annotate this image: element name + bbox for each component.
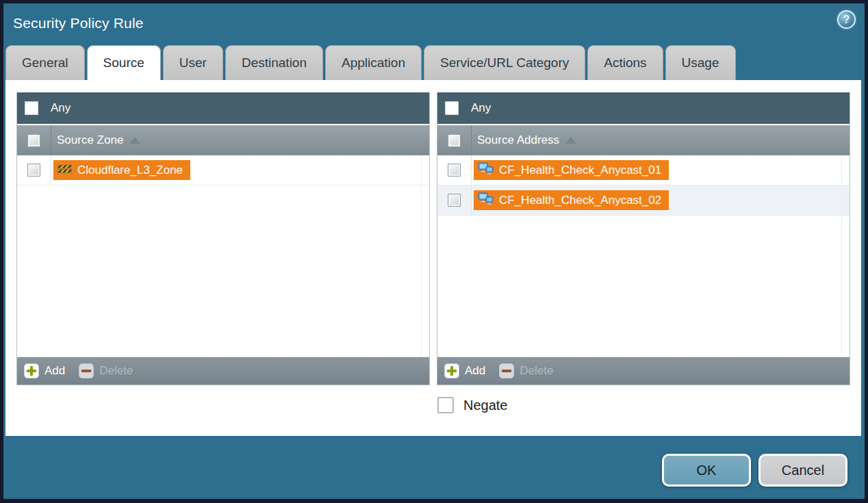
source-zone-column-title: Source Zone (57, 133, 123, 147)
security-policy-rule-dialog: Security Policy Rule ? General Source Us… (3, 3, 865, 499)
source-address-any-label: Any (471, 101, 491, 115)
row-checkbox[interactable] (448, 194, 461, 207)
row-checkbox[interactable] (448, 164, 461, 177)
source-zone-any-label: Any (51, 101, 71, 115)
ok-button[interactable]: OK (662, 454, 751, 487)
source-address-item[interactable]: CF_Health_Check_Anycast_01 (474, 160, 669, 180)
address-icon (478, 192, 494, 209)
source-address-item[interactable]: CF_Health_Check_Anycast_02 (474, 190, 669, 210)
add-button[interactable]: Add (444, 363, 485, 378)
source-tab-content: Any Source Zone (5, 80, 861, 436)
source-address-any-bar: Any (437, 92, 850, 124)
source-zone-panel: Any Source Zone (16, 92, 430, 385)
sort-asc-icon (129, 137, 140, 144)
page-title: Security Policy Rule (13, 15, 144, 31)
plus-icon (444, 363, 459, 378)
add-button-label: Add (44, 364, 65, 378)
dialog-titlebar: Security Policy Rule ? (3, 3, 865, 45)
delete-button-label: Delete (99, 364, 133, 378)
tab-application[interactable]: Application (325, 45, 422, 80)
plus-icon (24, 363, 39, 378)
tab-bar: General Source User Destination Applicat… (3, 45, 865, 80)
source-address-column-header[interactable]: Source Address (437, 124, 850, 155)
source-zone-item-label: Cloudflare_L3_Zone (77, 164, 183, 177)
cancel-button[interactable]: Cancel (758, 454, 847, 487)
row-checkbox[interactable] (27, 164, 40, 177)
address-icon (478, 162, 494, 179)
tab-destination[interactable]: Destination (225, 45, 323, 80)
minus-icon (79, 363, 94, 378)
source-address-column-title: Source Address (477, 133, 559, 147)
tab-service-url-category[interactable]: Service/URL Category (424, 45, 585, 80)
source-address-panel: Any Source Address (437, 92, 850, 385)
delete-button[interactable]: Delete (79, 363, 133, 378)
source-address-select-all-checkbox[interactable] (448, 134, 461, 147)
delete-button-label: Delete (520, 364, 553, 378)
add-button[interactable]: Add (24, 363, 65, 378)
source-address-item-label: CF_Health_Check_Anycast_02 (499, 194, 661, 207)
help-icon[interactable]: ? (837, 10, 856, 29)
source-address-footer: Add Delete (437, 357, 850, 385)
table-row: CF_Health_Check_Anycast_02 (437, 185, 850, 216)
source-zone-select-all-checkbox[interactable] (27, 134, 40, 147)
negate-label: Negate (463, 398, 508, 413)
source-zone-any-checkbox[interactable] (25, 101, 38, 115)
tab-usage[interactable]: Usage (665, 45, 736, 80)
table-row: CF_Health_Check_Anycast_01 (437, 155, 850, 185)
tab-source[interactable]: Source (87, 45, 161, 80)
add-button-label: Add (465, 364, 485, 378)
source-address-any-checkbox[interactable] (445, 101, 459, 115)
table-row: Cloudflare_L3_Zone (17, 155, 429, 185)
minus-icon (499, 363, 514, 378)
negate-row: Negate (437, 397, 861, 413)
negate-checkbox[interactable] (437, 397, 454, 413)
tab-general[interactable]: General (5, 45, 85, 80)
tab-actions[interactable]: Actions (587, 45, 663, 80)
source-zone-list: Cloudflare_L3_Zone (17, 155, 429, 357)
source-zone-any-bar: Any (17, 92, 429, 124)
source-zone-item[interactable]: Cloudflare_L3_Zone (53, 160, 190, 180)
sort-asc-icon (565, 137, 576, 144)
source-address-list: CF_Health_Check_Anycast_01 (437, 155, 850, 357)
dialog-buttons: OK Cancel (662, 454, 847, 487)
source-zone-column-header[interactable]: Source Zone (17, 124, 429, 155)
source-address-item-label: CF_Health_Check_Anycast_01 (499, 164, 661, 177)
source-zone-footer: Add Delete (17, 357, 429, 385)
zone-icon (58, 163, 72, 178)
tab-user[interactable]: User (163, 45, 223, 80)
delete-button[interactable]: Delete (499, 363, 553, 378)
